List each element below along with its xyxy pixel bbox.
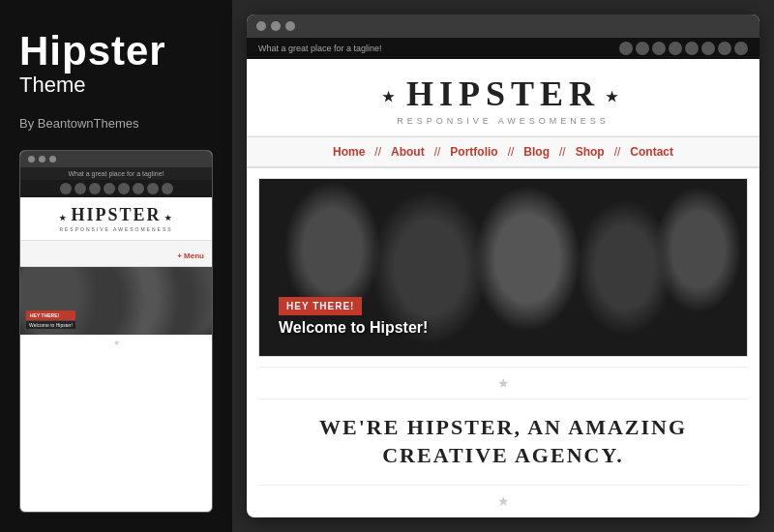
mini-hero-welcome: Welcome to Hipster!: [26, 321, 75, 329]
nav-item-shop[interactable]: Shop: [566, 145, 614, 159]
mini-social-icon-7: [147, 183, 159, 194]
nav-link-about[interactable]: About: [381, 145, 434, 159]
main-social-icons: [619, 42, 748, 55]
theme-subtitle: Theme: [19, 74, 213, 97]
mini-tagline: What a great place for a tagline!: [20, 167, 212, 180]
theme-author: By BeantownThemes: [19, 116, 213, 131]
nav-link-portfolio[interactable]: Portfolio: [440, 145, 507, 159]
main-top-bar: What a great place for a tagline!: [247, 38, 759, 59]
main-browser-content: What a great place for a tagline! HIPSTE…: [247, 38, 759, 517]
mini-social-icon-6: [133, 183, 144, 194]
mini-logo-area: HIPSTER RESPONSIVE AWESOMENESS: [20, 197, 212, 240]
mini-social-icon-4: [104, 183, 115, 194]
main-social-icon-6: [701, 42, 715, 55]
mini-hero: HEY THERE! Welcome to Hipster!: [20, 267, 212, 335]
mini-menu-bar: + Menu: [20, 240, 212, 267]
main-social-icon-4: [669, 42, 682, 55]
main-hero-image: HEY THERE! Welcome to Hipster!: [258, 178, 748, 357]
nav-link-blog[interactable]: Blog: [514, 145, 559, 159]
nav-link-home[interactable]: Home: [323, 145, 374, 159]
main-dot-1: [256, 21, 266, 31]
main-browser: What a great place for a tagline! HIPSTE…: [247, 15, 759, 517]
main-logo-text: HIPSTER: [247, 74, 759, 114]
main-social-icon-1: [619, 42, 633, 55]
mini-dot-2: [39, 156, 45, 163]
main-logo-section: HIPSTER RESPONSIVE AWESOMENESS: [247, 59, 759, 136]
main-hero-badge: HEY THERE!: [279, 297, 362, 315]
main-copy-text: WE'RE HIPSTER, AN AMAZING CREATIVE AGENC…: [266, 414, 740, 469]
mini-star-divider: ★: [20, 335, 212, 351]
mini-social-icon-3: [89, 183, 101, 194]
mini-social-icon-2: [74, 183, 86, 194]
mini-dot-1: [28, 156, 35, 163]
nav-sep-3: //: [508, 145, 515, 159]
main-hero-welcome: Welcome to Hipster!: [279, 319, 428, 337]
mini-browser-preview: What a great place for a tagline! HIPSTE…: [19, 150, 213, 513]
theme-title: Hipster Theme: [19, 29, 213, 97]
mini-social-icon-5: [118, 183, 130, 194]
nav-item-contact[interactable]: Contact: [620, 145, 683, 159]
mini-social-bar: [20, 180, 212, 197]
nav-link-contact[interactable]: Contact: [620, 145, 683, 159]
mini-social-icon-1: [60, 183, 72, 194]
main-tagline: What a great place for a tagline!: [258, 44, 382, 53]
nav-item-blog[interactable]: Blog: [514, 145, 559, 159]
nav-sep-5: //: [614, 145, 621, 159]
main-social-icon-5: [685, 42, 699, 55]
mini-hero-content: HEY THERE! Welcome to Hipster!: [26, 310, 75, 329]
left-sidebar: Hipster Theme By BeantownThemes What a g…: [0, 0, 232, 532]
mini-dot-3: [49, 156, 56, 163]
main-dot-2: [271, 21, 281, 31]
main-copy-section: WE'RE HIPSTER, AN AMAZING CREATIVE AGENC…: [247, 399, 759, 485]
nav-item-home[interactable]: Home: [323, 145, 374, 159]
bottom-star-divider: ★: [258, 485, 748, 517]
nav-sep-4: //: [559, 145, 566, 159]
nav-sep-2: //: [434, 145, 441, 159]
right-panel: What a great place for a tagline! HIPSTE…: [232, 0, 774, 532]
mini-logo-sub: RESPONSIVE AWESOMENESS: [24, 226, 208, 232]
nav-item-about[interactable]: About: [381, 145, 434, 159]
mini-menu-label: + Menu: [177, 251, 204, 260]
main-hero-overlay: HEY THERE! Welcome to Hipster!: [279, 296, 428, 337]
main-dot-3: [285, 21, 295, 31]
main-social-icon-8: [734, 42, 748, 55]
copy-line-1: WE'RE HIPSTER, AN AMAZING: [319, 415, 687, 439]
nav-sep-1: //: [374, 145, 381, 159]
main-social-icon-7: [718, 42, 731, 55]
copy-line-2: CREATIVE AGENCY.: [382, 443, 624, 467]
main-star-divider: ★: [258, 367, 748, 399]
nav-link-shop[interactable]: Shop: [566, 145, 614, 159]
mini-hero-badge: HEY THERE!: [26, 310, 75, 320]
main-social-icon-3: [652, 42, 666, 55]
mini-logo-text: HIPSTER: [59, 205, 172, 225]
main-logo-sub: RESPONSIVE AWESOMENESS: [247, 116, 759, 126]
main-browser-bar: [247, 15, 759, 38]
theme-name: Hipster: [19, 29, 213, 74]
nav-item-portfolio[interactable]: Portfolio: [440, 145, 507, 159]
main-nav: Home // About // Portfolio // Blog // Sh…: [247, 136, 759, 168]
mini-browser-bar: [20, 151, 212, 167]
main-social-icon-2: [636, 42, 649, 55]
mini-social-icon-8: [162, 183, 173, 194]
